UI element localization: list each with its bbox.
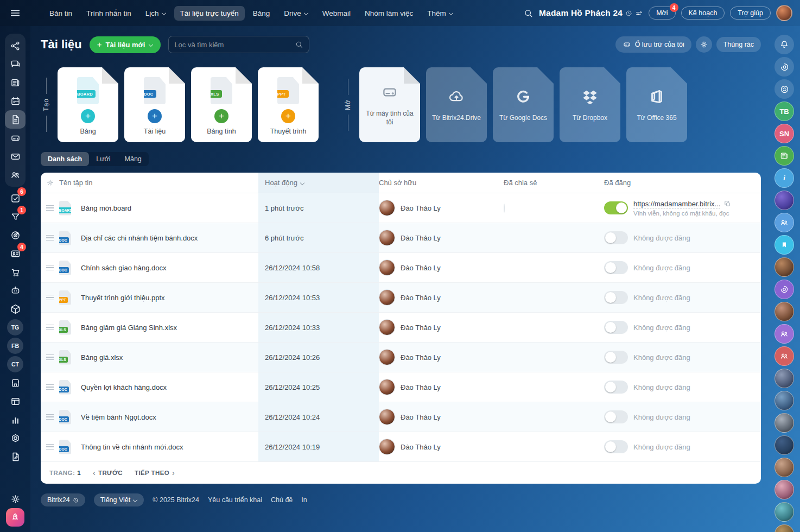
file-owner[interactable]: Đào Thảo Ly xyxy=(379,289,504,306)
nav-item-workgroups[interactable]: Nhóm làm việc xyxy=(359,6,419,21)
plan-button[interactable]: Kế hoạch xyxy=(681,7,725,20)
drag-handle[interactable] xyxy=(41,235,59,241)
publish-toggle[interactable] xyxy=(604,351,628,364)
drag-handle[interactable] xyxy=(41,444,59,450)
news-channel-button[interactable] xyxy=(774,146,794,166)
group-chat-button[interactable] xyxy=(774,213,794,232)
copy-icon[interactable] xyxy=(723,200,732,208)
settings-button[interactable] xyxy=(696,36,712,53)
file-owner[interactable]: Đào Thảo Ly xyxy=(379,409,504,425)
table-settings-gear-icon[interactable] xyxy=(41,179,59,187)
prev-page-button[interactable]: ‹TRƯỚC xyxy=(93,468,123,477)
publish-toggle[interactable] xyxy=(604,291,628,304)
sidebar-item-telegram[interactable]: TG xyxy=(5,318,26,337)
open-from-dropbox-card[interactable]: Từ Dropbox xyxy=(560,67,620,142)
file-name[interactable]: Bảng mới.board xyxy=(75,204,258,212)
sidebar-item-workgroups[interactable] xyxy=(5,166,26,184)
drag-handle[interactable] xyxy=(41,384,59,390)
file-name[interactable]: Bảng giảm giá Giáng Sinh.xlsx xyxy=(75,324,258,332)
portal-name[interactable]: Madam Hồ Phách 24 xyxy=(539,8,643,18)
search-icon[interactable] xyxy=(523,8,534,18)
sidebar-item-contact-center[interactable]: CT xyxy=(5,355,26,373)
tab-list[interactable]: Danh sách xyxy=(41,152,89,166)
drag-handle[interactable] xyxy=(41,414,59,420)
sidebar-item-mail[interactable] xyxy=(5,147,26,166)
language-selector[interactable]: Tiếng Việt xyxy=(94,493,144,506)
drag-handle[interactable] xyxy=(41,265,59,271)
public-link[interactable]: https://madamamber.bitrix... xyxy=(633,200,720,208)
tab-grid[interactable]: Lưới xyxy=(89,152,117,166)
chat-badge-sn[interactable]: SN xyxy=(774,124,794,143)
file-owner[interactable]: Đào Thảo Ly xyxy=(379,200,504,216)
file-name[interactable]: Địa chỉ các chi nhánh tiệm bánh.docx xyxy=(75,234,258,242)
sidebar-item-crm[interactable]: 1 xyxy=(5,207,26,226)
nav-item-online-docs[interactable]: Tài liệu trực tuyến xyxy=(174,6,245,21)
create-doc-card[interactable]: DOC + Tài liệu xyxy=(124,67,185,142)
sidebar-item-messenger[interactable] xyxy=(5,55,26,73)
sidebar-item-settings[interactable] xyxy=(5,490,26,508)
drag-handle[interactable] xyxy=(41,354,59,360)
sidebar-item-automation[interactable] xyxy=(5,429,26,447)
chat-badge-tb[interactable]: TB xyxy=(774,102,794,121)
chat-avatar[interactable] xyxy=(774,524,794,532)
drag-handle[interactable] xyxy=(41,205,59,211)
sliders-icon[interactable] xyxy=(635,9,643,17)
publish-toggle[interactable] xyxy=(604,261,628,274)
search-input[interactable] xyxy=(174,41,290,49)
open-from-google-docs-card[interactable]: Từ Google Docs xyxy=(493,67,554,142)
info-channel-button[interactable]: i xyxy=(774,168,794,188)
open-from-office365-card[interactable]: Từ Office 365 xyxy=(626,67,687,142)
nav-item-more[interactable]: Thêm xyxy=(421,6,459,21)
chat-avatar[interactable] xyxy=(774,302,794,321)
copilot-button[interactable] xyxy=(774,57,794,77)
file-owner[interactable]: Đào Thảo Ly xyxy=(379,259,504,276)
group-chat-button[interactable] xyxy=(774,324,794,344)
nav-item-messenger[interactable]: Trình nhắn tin xyxy=(80,6,137,21)
sidebar-item-facebook[interactable]: FB xyxy=(5,337,26,355)
print-link[interactable]: In xyxy=(301,496,307,504)
bitrix24-brand-pill[interactable]: Bitrix24 xyxy=(41,493,85,506)
nav-item-drive[interactable]: Drive xyxy=(278,6,314,21)
chat-avatar[interactable] xyxy=(774,391,794,410)
sidebar-item-apps[interactable] xyxy=(5,300,26,318)
help-button[interactable]: Trợ giúp xyxy=(730,7,771,20)
sidebar-item-sign[interactable]: 4 xyxy=(5,244,26,263)
saved-messages-button[interactable] xyxy=(774,235,794,255)
file-owner[interactable]: Đào Thảo Ly xyxy=(379,349,504,365)
publish-toggle[interactable] xyxy=(604,410,628,423)
chat-avatar[interactable] xyxy=(774,480,794,499)
sidebar-item-news[interactable] xyxy=(5,73,26,92)
chat-avatar[interactable] xyxy=(774,191,794,210)
file-name[interactable]: Quyền lợi khách hàng.docx xyxy=(75,383,258,391)
sidebar-item-copilot[interactable] xyxy=(5,281,26,300)
sidebar-item-marketing[interactable] xyxy=(5,226,26,244)
drag-handle[interactable] xyxy=(41,295,59,301)
publish-toggle[interactable] xyxy=(604,201,628,214)
file-name[interactable]: Thuyết trình giới thiệu.pptx xyxy=(75,294,258,302)
column-activity[interactable]: Hoạt động xyxy=(258,173,379,193)
trash-button[interactable]: Thùng rác xyxy=(716,37,761,52)
publish-toggle[interactable] xyxy=(604,440,628,453)
upload-from-computer-card[interactable]: Từ máy tính của tôi xyxy=(359,67,420,142)
file-name[interactable]: Chính sách giao hàng.docx xyxy=(75,264,258,272)
publish-toggle[interactable] xyxy=(604,321,628,334)
chat-avatar[interactable] xyxy=(774,369,794,388)
new-document-button[interactable]: + Tài liệu mới xyxy=(90,36,161,53)
sidebar-item-analytics[interactable] xyxy=(5,410,26,429)
nav-item-feed[interactable]: Bản tin xyxy=(43,6,78,21)
sidebar-item-store[interactable] xyxy=(5,373,26,392)
chat-avatar[interactable] xyxy=(774,257,794,277)
notifications-bell-button[interactable] xyxy=(774,35,794,54)
tab-tiles[interactable]: Mảng xyxy=(118,152,149,166)
nav-item-webmail[interactable]: Webmail xyxy=(316,6,357,21)
publish-toggle[interactable] xyxy=(604,231,628,244)
file-owner[interactable]: Đào Thảo Ly xyxy=(379,439,504,455)
deploy-link[interactable]: Yêu cầu triển khai xyxy=(208,496,262,504)
search-icon[interactable] xyxy=(295,40,303,49)
sidebar-item-documents[interactable] xyxy=(5,110,26,129)
my-storage-button[interactable]: Ổ lưu trữ của tôi xyxy=(615,36,691,53)
theme-link[interactable]: Chủ đề xyxy=(271,496,293,504)
nav-item-calendar[interactable]: Lịch xyxy=(139,6,172,21)
sidebar-item-calendar[interactable] xyxy=(5,92,26,110)
chat-avatar[interactable] xyxy=(774,413,794,433)
